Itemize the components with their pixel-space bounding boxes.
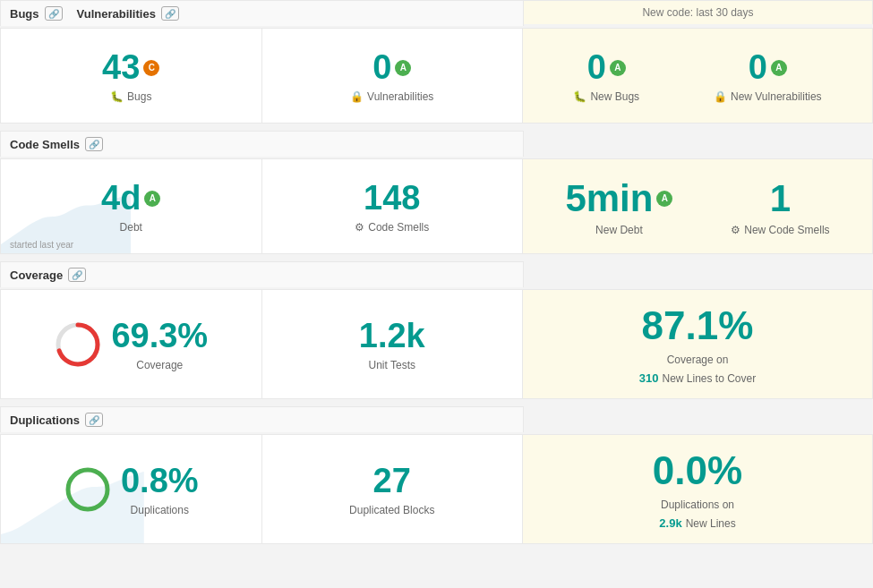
bugs-label: 🐛 Bugs — [110, 90, 151, 103]
coverage-title: Coverage — [10, 268, 63, 282]
coverage-new-metrics: 87.1% Coverage on 310 New Lines to Cover — [523, 290, 872, 398]
bugs-new-metrics: 0 A 🐛 New Bugs 0 A 🔒 New Vulne — [523, 29, 872, 123]
coverage-link-icon[interactable]: 🔗 — [68, 268, 86, 282]
coverage-pct-label: Coverage — [111, 359, 208, 371]
new-bug-icon: 🐛 — [573, 90, 586, 103]
vuln-link-icon[interactable]: 🔗 — [161, 6, 179, 21]
spacer-3 — [0, 399, 873, 406]
new-lines-count: 310 — [639, 371, 659, 385]
new-debt-label: New Debt — [595, 224, 643, 236]
new-vuln-grade: A — [771, 60, 787, 76]
spacer-1 — [0, 124, 873, 131]
unit-tests-count: 1.2k — [359, 317, 425, 355]
vuln-title: Vulnerabilities — [77, 7, 156, 21]
dup-blocks-cell: 27 Duplicated Blocks — [262, 435, 523, 543]
duplications-panel: 0.8% Duplications 27 Duplicated Blocks 0… — [0, 434, 873, 544]
coverage-panel: 69.3% Coverage 1.2k Unit Tests 87.1% Cov… — [0, 289, 873, 399]
bugs-right: 0 A 🐛 New Bugs 0 A 🔒 New Vulne — [523, 29, 872, 123]
code-smells-panel: 4d A Debt started last year 148 ⚙ Code S… — [0, 158, 873, 254]
debt-count: 4d A — [101, 179, 160, 217]
coverage-header: Coverage 🔗 — [0, 261, 524, 287]
dup-blocks-count: 27 — [373, 462, 411, 500]
duplications-link-icon[interactable]: 🔗 — [85, 413, 103, 427]
code-smells-left: 4d A Debt started last year 148 ⚙ Code S… — [1, 159, 523, 253]
bugs-panel: 43 C 🐛 Bugs 0 A 🔒 Vulnerabilities — [0, 28, 873, 124]
code-smells-header: Code Smells 🔗 — [0, 131, 524, 157]
new-debt-count: 5min A — [565, 177, 672, 220]
unit-tests-cell: 1.2k Unit Tests — [262, 290, 523, 398]
dup-new-metrics: 0.0% Duplications on 2.9k New Lines — [523, 435, 872, 543]
new-lines-block: 310 New Lines to Cover — [639, 371, 756, 385]
coverage-circle-chart — [54, 320, 102, 369]
smells-count: 148 — [364, 179, 420, 217]
gear-icon: ⚙ — [355, 221, 364, 234]
duplications-right: 0.0% Duplications on 2.9k New Lines — [523, 435, 872, 543]
duplications-title: Duplications — [10, 413, 80, 427]
bugs-left: 43 C 🐛 Bugs 0 A 🔒 Vulnerabilities — [1, 29, 523, 123]
coverage-left: 69.3% Coverage 1.2k Unit Tests — [1, 290, 523, 398]
vuln-cell: 0 A 🔒 Vulnerabilities — [262, 29, 523, 123]
duplications-section: Duplications 🔗 placeholder 0.8% — [0, 406, 873, 544]
code-smells-right: 5min A New Debt 1 ⚙ New Code Smells — [523, 159, 872, 253]
dup-pct-label: Duplications — [121, 504, 199, 516]
duplications-header: Duplications 🔗 — [0, 406, 524, 432]
started-text: started last year — [10, 240, 73, 250]
bugs-count: 43 C — [102, 48, 159, 87]
code-smells-section: Code Smells 🔗 placeholder 4d A Debt — [0, 131, 873, 254]
new-vuln-block: 0 A 🔒 New Vulnerabilities — [714, 48, 822, 103]
bug-icon: 🐛 — [110, 90, 124, 103]
code-smells-new-metrics: 5min A New Debt 1 ⚙ New Code Smells — [523, 159, 872, 253]
coverage-right: 87.1% Coverage on 310 New Lines to Cover — [523, 290, 872, 398]
dup-pct-cell: 0.8% Duplications — [1, 435, 261, 543]
new-smells-block: 1 ⚙ New Code Smells — [731, 177, 829, 236]
coverage-pct-cell: 69.3% Coverage — [1, 290, 261, 398]
vuln-grade-badge: A — [395, 60, 411, 76]
code-smells-link-icon[interactable]: 🔗 — [85, 137, 103, 151]
vuln-count: 0 A — [372, 48, 411, 87]
debt-label: Debt — [101, 221, 160, 234]
unit-tests-label: Unit Tests — [369, 359, 415, 371]
new-debt-grade: A — [656, 191, 672, 207]
bugs-cell: 43 C 🐛 Bugs — [1, 29, 261, 123]
code-smells-title: Code Smells — [10, 138, 80, 151]
new-coverage-pct: 87.1% — [642, 303, 754, 348]
new-bugs-grade: A — [610, 60, 626, 76]
smells-cell: 148 ⚙ Code Smells — [262, 159, 523, 253]
debt-cell: 4d A Debt started last year — [1, 159, 261, 253]
new-code-header: New code: last 30 days — [524, 0, 873, 24]
new-debt-block: 5min A New Debt — [565, 177, 672, 236]
dup-pct: 0.8% — [121, 462, 199, 500]
lock-icon: 🔒 — [350, 90, 364, 103]
new-lines-label: New Lines to Cover — [662, 372, 756, 385]
coverage-pct: 69.3% — [111, 317, 208, 355]
new-gear-icon: ⚙ — [731, 224, 740, 236]
bugs-section: Bugs 🔗 Vulnerabilities 🔗 New code: last … — [0, 0, 873, 124]
new-dup-pct: 0.0% — [653, 448, 742, 493]
dup-circle-chart — [64, 465, 112, 514]
vuln-label: 🔒 Vulnerabilities — [350, 90, 433, 103]
smells-label: ⚙ Code Smells — [355, 221, 429, 234]
new-smells-label: ⚙ New Code Smells — [731, 224, 829, 236]
dup-new-lines-block: 2.9k New Lines — [659, 516, 735, 530]
dup-new-lines-label: New Lines — [686, 517, 736, 530]
bugs-grade-badge: C — [143, 60, 159, 76]
new-vuln-count: 0 A — [749, 48, 787, 87]
new-lock-icon: 🔒 — [714, 90, 727, 103]
new-smells-count: 1 — [770, 177, 791, 220]
new-bugs-count: 0 A — [587, 48, 626, 87]
debt-grade: A — [144, 191, 160, 207]
spacer-2 — [0, 254, 873, 261]
dup-new-lines-count: 2.9k — [659, 516, 681, 530]
coverage-on-label: Coverage on — [667, 354, 729, 366]
bugs-link-icon[interactable]: 🔗 — [45, 6, 63, 21]
new-vuln-label: 🔒 New Vulnerabilities — [714, 90, 822, 103]
duplications-left: 0.8% Duplications 27 Duplicated Blocks — [1, 435, 523, 543]
dup-on-label: Duplications on — [661, 499, 734, 511]
coverage-section: Coverage 🔗 placeholder 69.3% Coverage — [0, 261, 873, 399]
new-bugs-block: 0 A 🐛 New Bugs — [573, 48, 639, 103]
dup-blocks-label: Duplicated Blocks — [349, 504, 434, 516]
bugs-title: Bugs — [10, 7, 39, 21]
new-bugs-label: 🐛 New Bugs — [573, 90, 639, 103]
svg-point-2 — [68, 470, 107, 509]
bugs-header: Bugs 🔗 Vulnerabilities 🔗 — [0, 0, 524, 26]
